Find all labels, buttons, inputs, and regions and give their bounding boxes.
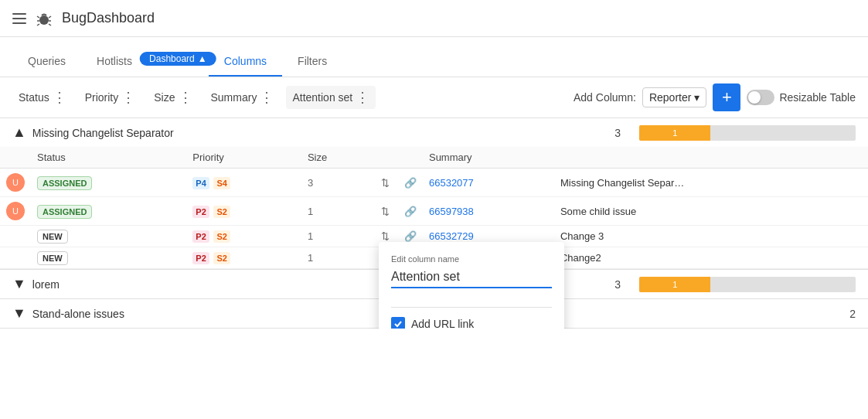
th-link [398,147,423,169]
td-status: ASSIGNED [31,197,186,226]
issue-link[interactable]: 66597938 [429,206,474,217]
issue-link[interactable]: 66532077 [429,177,474,189]
td-issue-id[interactable]: 66597938 [423,197,554,226]
svg-line-4 [37,16,39,18]
th-summary: Summary [423,147,868,169]
table-row: UASSIGNED P2 S2 1 ⇅ 🔗 66597938Some child… [0,197,868,226]
col-chip-status[interactable]: Status ⋮ [12,86,73,109]
group-bar-fill: 1 [639,125,710,141]
sort-icon[interactable]: ⇅ [381,177,390,189]
status-badge: NEW [37,230,68,244]
td-issue-id[interactable]: 66532077 [423,169,554,197]
group-title-lorem: lorem [32,278,60,291]
resizable-label: Resizable Table [779,91,856,104]
tab-dashboard[interactable]: Dashboard ▲ [148,49,209,77]
group-bar-lorem: 1 [639,277,856,292]
td-sort[interactable]: ⇅ [375,197,398,226]
avatar: U [6,173,25,192]
add-url-link-label: Add URL link [411,318,474,329]
group-expand-icon-standalone[interactable]: ▼ [12,305,26,322]
avatar: U [6,202,25,220]
col-chip-size[interactable]: Size ⋮ [148,86,198,109]
app-bar: BugDashboard [0,0,868,37]
col-more-icon-size[interactable]: ⋮ [179,89,192,106]
td-size: 3 [301,169,375,197]
tab-filters[interactable]: Filters [282,55,342,77]
column-select[interactable]: Reporter ▾ [642,87,706,107]
severity-badge: S2 [213,230,230,243]
td-link[interactable]: 🔗 [398,169,423,197]
col-chip-summary[interactable]: Summary ⋮ [205,86,281,109]
group-bar-fill-lorem: 1 [639,277,710,292]
issue-link[interactable]: 66532729 [429,230,474,242]
tab-queries[interactable]: Queries [12,55,81,77]
th-status: Status [31,147,186,169]
td-priority: P4 S4 [186,169,301,197]
divider [391,307,552,308]
svg-line-9 [49,24,51,26]
th-size: Size [301,147,375,169]
group-title-standalone: Stand-alone issues [32,308,124,320]
column-name-input[interactable] [391,267,552,288]
td-issue-title: Some child issue [554,197,868,226]
td-priority: P2 S2 [186,247,301,269]
link-icon[interactable]: 🔗 [404,177,417,189]
group-expand-icon-lorem[interactable]: ▼ [12,276,26,292]
td-issue-title: Missing Changelist Separ… [554,169,868,197]
td-issue-title: Change 3 [554,226,868,247]
group-header-missing-changelist: ▲ Missing Changelist Separator 3 1 [0,118,868,147]
td-avatar: U [0,169,31,197]
col-chip-priority[interactable]: Priority ⋮ [79,86,142,109]
add-column-button[interactable]: + [713,83,740,111]
th-priority: Priority [186,147,301,169]
td-priority: P2 S2 [186,226,301,247]
add-url-link-row: Add URL link [391,317,552,329]
col-more-icon-summary[interactable]: ⋮ [260,89,274,106]
toggle-thumb [748,91,761,104]
main-content: ▲ Missing Changelist Separator 3 1 Statu… [0,118,868,329]
svg-line-8 [37,24,39,26]
resizable-toggle[interactable]: Resizable Table [747,90,856,105]
col-more-icon-status[interactable]: ⋮ [53,89,66,106]
link-icon[interactable]: 🔗 [404,230,417,242]
toggle-track [747,90,774,105]
svg-rect-0 [12,13,26,15]
svg-rect-2 [12,22,26,24]
app-title: BugDashboard [62,10,155,26]
chevron-down-icon: ▾ [694,91,700,104]
severity-badge: S2 [213,206,230,218]
nav-tabs: Queries Hotlists Dashboard ▲ Columns Fil… [0,37,868,77]
status-badge: NEW [37,251,68,265]
sort-icon[interactable]: ⇅ [381,230,390,242]
add-column-label: Add Column: [574,91,636,104]
svg-point-3 [39,15,49,25]
menu-icon[interactable] [12,12,26,26]
td-status: ASSIGNED [31,169,186,197]
sort-icon[interactable]: ⇅ [381,206,390,217]
tab-columns[interactable]: Columns [209,55,282,77]
td-size: 1 [301,226,375,247]
priority-badge: P2 [192,252,209,264]
edit-column-name-label: Edit column name [391,254,552,264]
group-count-lorem: 3 [614,278,621,291]
tab-hotlists[interactable]: Hotlists [81,55,148,77]
col-more-icon-attention[interactable]: ⋮ [356,89,369,106]
col-more-icon-priority[interactable]: ⋮ [121,89,135,106]
link-icon[interactable]: 🔗 [404,206,417,217]
group-collapse-icon[interactable]: ▲ [12,124,26,141]
status-badge: ASSIGNED [37,205,92,219]
add-url-checkbox[interactable] [391,317,405,329]
td-status: NEW [31,226,186,247]
col-chip-attention[interactable]: Attention set ⋮ [286,86,376,109]
priority-badge: P4 [192,177,209,189]
dashboard-pill: Dashboard ▲ [140,52,216,66]
column-edit-popup: Edit column name Add URL link Edit link … [379,242,564,329]
bug-icon [36,10,53,27]
td-sort[interactable]: ⇅ [375,169,398,197]
td-link[interactable]: 🔗 [398,197,423,226]
td-avatar [0,247,31,269]
severity-badge: S4 [213,177,230,189]
add-column-section: Add Column: Reporter ▾ + Resizable Table [574,83,856,111]
priority-badge: P2 [192,230,209,243]
td-priority: P2 S2 [186,197,301,226]
